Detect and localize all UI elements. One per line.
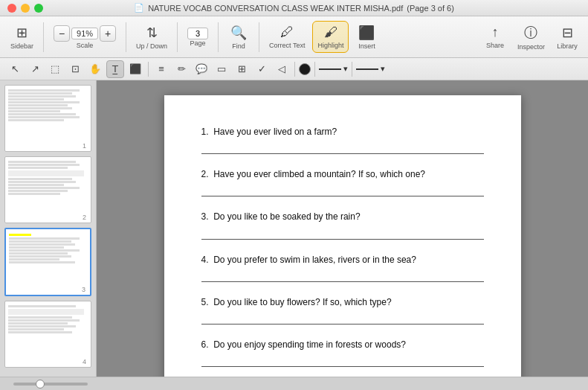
answer-line-4: [201, 272, 484, 282]
hand-tool[interactable]: ✋: [86, 60, 104, 78]
zoom-slider-thumb[interactable]: [36, 380, 45, 389]
thumb-content-4: [8, 304, 88, 364]
thumbnail-4[interactable]: 4: [4, 301, 91, 368]
ann-sep3: [314, 62, 315, 77]
main-toolbar: ⊞ Sidebar − + Scale ⇅ Up / Down Page 🔍 F…: [0, 16, 588, 58]
answer-line-5: [201, 314, 484, 325]
line-thickness: ▾: [319, 64, 348, 74]
find-label: Find: [232, 42, 245, 50]
question-6-text: 6. Do you enjoy spending time in forests…: [201, 338, 484, 352]
text-tool[interactable]: ≡: [152, 60, 170, 78]
thumbnail-3[interactable]: 3: [4, 228, 91, 296]
share-group[interactable]: ↑ Share: [480, 22, 510, 52]
library-icon: ⊟: [562, 25, 573, 41]
thumb-number-3: 3: [80, 286, 87, 293]
line-sample: [319, 68, 341, 70]
color-picker[interactable]: [299, 63, 311, 75]
find-icon: 🔍: [230, 25, 247, 41]
thumb-number-2: 2: [81, 214, 88, 221]
window-controls: [7, 4, 43, 13]
scale-label: Scale: [77, 42, 94, 49]
sidebar-icon: ⊞: [16, 25, 28, 41]
pencil-tool[interactable]: ✏: [172, 60, 190, 78]
highlight-label: Highlight: [317, 42, 343, 49]
library-group[interactable]: ⊟ Library: [552, 22, 582, 53]
share-label: Share: [486, 42, 504, 49]
window-title: 📄 NATURE VOCAB CONVERSATION CLASS WEAK I…: [134, 3, 454, 13]
line-dropdown-icon[interactable]: ▾: [343, 64, 348, 74]
highlight-icon: 🖌: [324, 25, 337, 40]
question-5-text: 5. Do you like to buy flowers? If so, wh…: [201, 295, 484, 310]
table-tool[interactable]: ⊞: [233, 60, 251, 78]
question-6: 6. Do you enjoy spending time in forests…: [201, 338, 484, 367]
title-filename: NATURE VOCAB CONVERSATION CLASS WEAK INT…: [148, 4, 403, 13]
sidebar-toggle[interactable]: ⊞ Sidebar: [6, 22, 38, 53]
answer-line-3: [201, 229, 484, 240]
highlight-group[interactable]: 🖌 Highlight: [312, 21, 349, 53]
answer-line-1: [201, 144, 484, 154]
thumb-highlight: [9, 234, 31, 236]
comment-tool[interactable]: 💬: [193, 60, 210, 78]
question-2-text: 2. Have you ever climbed a mountain? If …: [201, 167, 484, 182]
sep2: [126, 22, 126, 52]
stamp-tool[interactable]: ⬛: [126, 60, 144, 78]
find-group[interactable]: 🔍 Find: [224, 22, 253, 53]
sidebar-panel: 1 2: [0, 80, 97, 377]
answer-line-2: [201, 186, 484, 196]
insert-label: Insert: [358, 42, 375, 50]
annotation-bar: ↖ ↗ ⬚ ⊡ ✋ T̲ ⬛ ≡ ✏ 💬 ▭ ⊞ ✓ ◁ ▾ ▾: [0, 58, 588, 80]
ann-sep4: [352, 62, 352, 77]
insert-group[interactable]: ⬛ Insert: [352, 22, 381, 53]
question-1: 1. Have you ever lived on a farm?: [201, 125, 484, 154]
zoom-in-button[interactable]: +: [100, 25, 116, 42]
question-3-text: 3. Do you like to be soaked by the rain?: [201, 210, 484, 224]
zoom-slider-track[interactable]: [13, 383, 88, 386]
question-3: 3. Do you like to be soaked by the rain?: [201, 210, 484, 239]
close-button[interactable]: [7, 4, 16, 13]
select-tool[interactable]: ⬚: [46, 60, 64, 78]
zoom-group: − + Scale: [49, 22, 120, 52]
question-2: 2. Have you ever climbed a mountain? If …: [201, 167, 484, 196]
rectangle-tool[interactable]: ▭: [213, 60, 230, 78]
pdf-icon: 📄: [134, 3, 144, 13]
maximize-button[interactable]: [34, 4, 43, 13]
bottom-bar: [0, 377, 588, 390]
crop-tool[interactable]: ⊡: [66, 60, 84, 78]
correct-text-group[interactable]: 🖊 Correct Text: [265, 22, 309, 52]
page-label: Page: [190, 39, 206, 47]
arrow-tool[interactable]: ↗: [26, 60, 44, 78]
main-content: 1 2: [0, 80, 588, 377]
highlight-tool[interactable]: T̲: [106, 60, 124, 78]
thumb-content-2: [8, 160, 88, 220]
question-4-text: 4. Do you prefer to swim in lakes, river…: [201, 253, 484, 267]
checkmark-tool[interactable]: ✓: [253, 60, 271, 78]
thumb-number-1: 1: [81, 142, 88, 150]
pdf-page: 1. Have you ever lived on a farm? 2. Hav…: [164, 95, 521, 377]
title-bar: 📄 NATURE VOCAB CONVERSATION CLASS WEAK I…: [0, 0, 588, 16]
sep5: [259, 22, 259, 52]
cursor-tool[interactable]: ↖: [6, 60, 24, 78]
pdf-view[interactable]: 1. Have you ever lived on a farm? 2. Hav…: [97, 80, 588, 377]
inspector-group[interactable]: ⓘ Inspector: [513, 21, 549, 54]
inspector-icon: ⓘ: [524, 24, 537, 42]
zoom-out-button[interactable]: −: [54, 25, 70, 42]
zoom-input[interactable]: [71, 28, 98, 39]
ann-sep2: [294, 62, 295, 77]
thumbnail-1[interactable]: 1: [4, 85, 91, 152]
page-controls: [187, 28, 208, 39]
zoom-controls: − +: [54, 25, 116, 42]
question-5: 5. Do you like to buy flowers? If so, wh…: [201, 295, 484, 325]
line-style-dropdown-icon[interactable]: ▾: [381, 64, 385, 74]
question-4: 4. Do you prefer to swim in lakes, river…: [201, 253, 484, 282]
thumb-content-1: [8, 89, 88, 148]
line-style: ▾: [356, 64, 385, 74]
page-input[interactable]: [187, 28, 208, 39]
sidebar-label: Sidebar: [10, 42, 33, 50]
line-style-sample: [356, 68, 378, 70]
inspector-label: Inspector: [517, 43, 545, 51]
answer-line-6: [201, 357, 484, 367]
minimize-button[interactable]: [21, 4, 30, 13]
arrow-left-tool[interactable]: ◁: [273, 60, 291, 78]
thumbnail-2[interactable]: 2: [4, 156, 91, 223]
updown-group[interactable]: ⇅ Up / Down: [132, 22, 172, 53]
